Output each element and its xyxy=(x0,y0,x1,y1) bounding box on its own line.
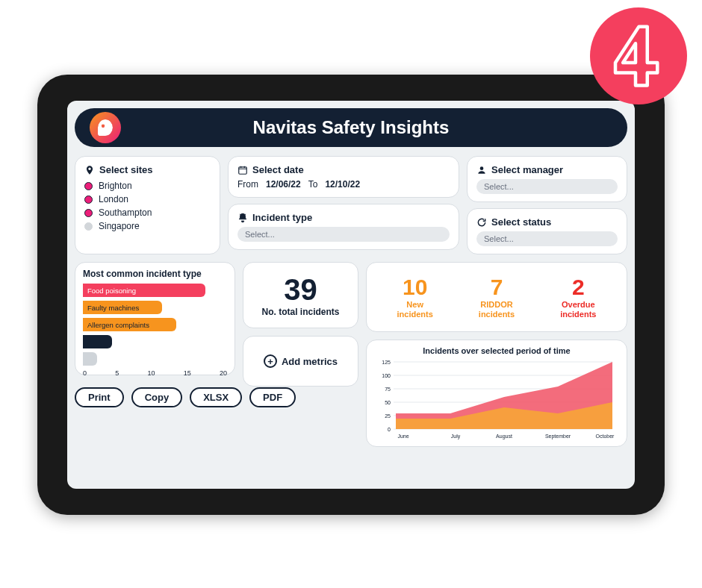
bar-unnamed-1 xyxy=(83,335,112,348)
user-icon xyxy=(476,165,487,175)
svg-text:July: July xyxy=(451,434,461,440)
xlsx-button[interactable]: XLSX xyxy=(190,387,242,407)
date-from-value: 12/06/22 xyxy=(266,179,301,190)
select-sites-title: Select sites xyxy=(84,164,211,175)
select-manager-card[interactable]: Select manager Select... xyxy=(467,156,627,202)
add-metrics-button[interactable]: + Add metrics xyxy=(243,336,358,387)
bar-unnamed-2 xyxy=(83,352,97,366)
svg-point-1 xyxy=(480,166,484,170)
area-chart-title: Incidents over selected period of time xyxy=(373,346,621,355)
site-item-southampton[interactable]: Southampton xyxy=(84,206,211,219)
area-chart-card: Incidents over selected period of time 1… xyxy=(366,340,627,447)
incident-type-select[interactable]: Select... xyxy=(237,227,450,242)
svg-text:125: 125 xyxy=(382,360,391,365)
svg-text:100: 100 xyxy=(382,373,391,378)
calendar-icon xyxy=(237,165,248,175)
select-status-card[interactable]: Select status Select... xyxy=(467,208,627,254)
radio-selected-icon xyxy=(84,182,93,190)
svg-text:October: October xyxy=(596,434,615,439)
pin-icon xyxy=(84,165,95,175)
svg-text:June: June xyxy=(397,434,409,439)
bar-allergen-complaints: Allergen complaints xyxy=(83,318,176,331)
svg-text:75: 75 xyxy=(385,387,391,392)
site-item-london[interactable]: London xyxy=(84,193,211,206)
stat-new-incidents: 10 Newincidents xyxy=(397,275,433,319)
page-title: Navitas Safety Insights xyxy=(253,117,450,138)
total-incidents-value: 39 xyxy=(254,273,347,307)
step-badge xyxy=(590,7,687,104)
bar-chart-card: Most common incident type Food poisoning… xyxy=(75,262,235,375)
app-screen: Navitas Safety Insights Select sites Bri… xyxy=(67,101,635,489)
tablet-frame: Navitas Safety Insights Select sites Bri… xyxy=(37,75,665,515)
svg-text:September: September xyxy=(545,434,571,440)
plus-circle-icon: + xyxy=(264,354,277,368)
status-select[interactable]: Select... xyxy=(476,231,618,246)
select-sites-card: Select sites Brighton London Southampton… xyxy=(75,156,220,254)
site-item-brighton[interactable]: Brighton xyxy=(84,179,211,193)
copy-button[interactable]: Copy xyxy=(131,387,183,407)
svg-text:50: 50 xyxy=(385,400,391,405)
bar-chart-x-axis: 0 5 10 15 20 xyxy=(83,369,227,377)
stat-riddor-incidents: 7 RIDDORincidents xyxy=(479,275,515,319)
svg-rect-0 xyxy=(239,166,247,173)
radio-selected-icon xyxy=(84,196,93,204)
app-header: Navitas Safety Insights xyxy=(75,108,627,147)
incident-type-card[interactable]: Incident type Select... xyxy=(228,204,459,250)
radio-unselected-icon xyxy=(84,222,93,231)
svg-text:August: August xyxy=(496,434,512,440)
bar-chart-title: Most common incident type xyxy=(83,269,227,279)
total-incidents-label: No. total incidents xyxy=(254,307,347,317)
svg-text:0: 0 xyxy=(388,427,391,432)
site-item-singapore[interactable]: Singapore xyxy=(84,219,211,233)
bar-chart: Food poisoning Faulty machines Allergen … xyxy=(83,284,227,372)
bar-food-poisoning: Food poisoning xyxy=(83,284,205,297)
svg-text:25: 25 xyxy=(385,413,391,419)
incident-summary-card: 10 Newincidents 7 RIDDORincidents 2 Over… xyxy=(366,262,627,332)
bell-icon xyxy=(237,213,248,223)
bar-faulty-machines: Faulty machines xyxy=(83,301,162,314)
total-incidents-card: 39 No. total incidents xyxy=(243,262,358,328)
radio-selected-icon xyxy=(84,209,93,217)
date-to-value: 12/10/22 xyxy=(325,179,360,190)
manager-select[interactable]: Select... xyxy=(476,179,618,194)
site-list: Brighton London Southampton Singapore xyxy=(84,179,211,233)
brand-logo xyxy=(90,112,121,143)
export-buttons: Print Copy XLSX PDF xyxy=(75,387,235,407)
area-chart: 125 100 75 50 25 0 xyxy=(373,358,621,440)
stat-overdue-incidents: 2 Overdueincidents xyxy=(560,275,596,319)
print-button[interactable]: Print xyxy=(75,387,124,407)
refresh-icon xyxy=(476,217,487,228)
select-date-card[interactable]: Select date From 12/06/22 To 12/10/22 xyxy=(228,156,459,198)
